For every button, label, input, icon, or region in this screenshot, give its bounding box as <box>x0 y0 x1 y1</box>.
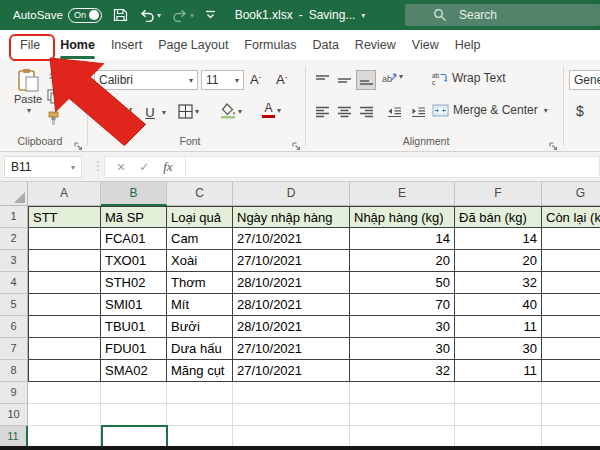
cell-A2[interactable] <box>28 228 101 250</box>
cell-E9[interactable] <box>350 382 455 404</box>
cell-F4[interactable]: 32 <box>455 272 542 294</box>
cell-E3[interactable]: 20 <box>350 250 455 272</box>
row-header-3[interactable]: 3 <box>0 250 28 272</box>
cell-D6[interactable]: 28/10/2021 <box>233 316 350 338</box>
cell-D9[interactable] <box>233 382 350 404</box>
cell-G7[interactable] <box>542 338 600 360</box>
bold-button[interactable]: B <box>98 102 116 122</box>
insert-function-icon[interactable]: fx <box>163 159 172 175</box>
fill-color-button[interactable]: ▾ <box>220 103 242 119</box>
cell-G6[interactable] <box>542 316 600 338</box>
cell-E5[interactable]: 70 <box>350 294 455 316</box>
cell-F6[interactable]: 11 <box>455 316 542 338</box>
cell-C2[interactable]: Cam <box>167 228 233 250</box>
column-header-A[interactable]: A <box>28 182 101 206</box>
font-color-button[interactable]: A ▾ <box>262 103 281 118</box>
increase-font-size-button[interactable]: Aˆ <box>250 72 261 87</box>
cell-G1[interactable]: Còn lại (kg) <box>542 206 600 228</box>
undo-dropdown-icon[interactable]: ▾ <box>157 11 161 20</box>
cell-B4[interactable]: STH02 <box>101 272 167 294</box>
cell-F11[interactable] <box>455 426 542 448</box>
column-header-F[interactable]: F <box>455 182 542 206</box>
cell-E2[interactable]: 14 <box>350 228 455 250</box>
italic-button[interactable]: I <box>122 102 138 122</box>
autosave-switch[interactable]: On <box>68 8 102 23</box>
row-header-6[interactable]: 6 <box>0 316 28 338</box>
merge-center-button[interactable]: Merge & Center ▾ <box>432 103 548 117</box>
cell-D1[interactable]: Ngày nhập hàng <box>233 206 350 228</box>
cell-A1[interactable]: STT <box>28 206 101 228</box>
column-header-G[interactable]: G <box>542 182 600 206</box>
cell-F2[interactable]: 14 <box>455 228 542 250</box>
borders-button[interactable]: ▾ <box>178 104 199 119</box>
cell-G3[interactable] <box>542 250 600 272</box>
tab-review[interactable]: Review <box>347 30 404 60</box>
tab-formulas[interactable]: Formulas <box>236 30 304 60</box>
cell-A3[interactable] <box>28 250 101 272</box>
cell-F1[interactable]: Đã bán (kg) <box>455 206 542 228</box>
row-header-10[interactable]: 10 <box>0 404 28 426</box>
cut-button[interactable]: ✂ <box>49 69 60 84</box>
decrease-font-size-button[interactable]: Aˇ <box>276 72 287 87</box>
top-align-button[interactable] <box>312 70 332 90</box>
cell-C3[interactable]: Xoài <box>167 250 233 272</box>
cell-B1[interactable]: Mã SP <box>101 206 167 228</box>
cell-A11[interactable] <box>28 426 101 448</box>
autosave-toggle[interactable]: AutoSave On <box>13 8 102 23</box>
font-name-combo[interactable]: Calibri ▾ <box>94 70 198 90</box>
row-header-5[interactable]: 5 <box>0 294 28 316</box>
tab-view[interactable]: View <box>404 30 447 60</box>
cell-A8[interactable] <box>28 360 101 382</box>
paste-button[interactable]: Paste ▾ <box>8 68 48 115</box>
cell-E11[interactable] <box>350 426 455 448</box>
cell-E10[interactable] <box>350 404 455 426</box>
cell-D2[interactable]: 27/10/2021 <box>233 228 350 250</box>
align-left-button[interactable] <box>312 102 332 122</box>
cell-E8[interactable]: 32 <box>350 360 455 382</box>
cell-G4[interactable] <box>542 272 600 294</box>
increase-indent-button[interactable] <box>408 102 428 122</box>
cell-B6[interactable]: TBU01 <box>101 316 167 338</box>
cell-B7[interactable]: FDU01 <box>101 338 167 360</box>
accounting-format-button[interactable]: $ <box>576 103 584 119</box>
save-button[interactable] <box>113 8 128 22</box>
cell-C4[interactable]: Thơm <box>167 272 233 294</box>
cell-D3[interactable]: 27/10/2021 <box>233 250 350 272</box>
undo-button[interactable]: ▾ <box>139 9 161 22</box>
cancel-icon[interactable]: × <box>117 159 125 175</box>
tab-help[interactable]: Help <box>447 30 489 60</box>
cell-A4[interactable] <box>28 272 101 294</box>
copy-button[interactable]: ▾ <box>47 89 66 104</box>
cell-B2[interactable]: FCA01 <box>101 228 167 250</box>
cell-F10[interactable] <box>455 404 542 426</box>
row-header-7[interactable]: 7 <box>0 338 28 360</box>
customize-quick-access-button[interactable] <box>205 10 216 20</box>
cell-D5[interactable]: 28/10/2021 <box>233 294 350 316</box>
cell-E1[interactable]: Nhập hàng (kg) <box>350 206 455 228</box>
align-center-button[interactable] <box>334 102 354 122</box>
cell-C5[interactable]: Mít <box>167 294 233 316</box>
cell-G8[interactable] <box>542 360 600 382</box>
enter-icon[interactable]: ✓ <box>139 160 149 174</box>
number-format-combo[interactable]: General <box>569 70 600 90</box>
cell-F8[interactable]: 11 <box>455 360 542 382</box>
underline-dropdown-icon[interactable]: ▾ <box>162 108 166 117</box>
tab-insert[interactable]: Insert <box>103 30 150 60</box>
cell-E6[interactable]: 30 <box>350 316 455 338</box>
cell-D7[interactable]: 27/10/2021 <box>233 338 350 360</box>
cell-C9[interactable] <box>167 382 233 404</box>
cell-E4[interactable]: 50 <box>350 272 455 294</box>
cell-C6[interactable]: Bưởi <box>167 316 233 338</box>
wrap-text-button[interactable]: abc Wrap Text <box>432 71 506 85</box>
tab-page-layout[interactable]: Page Layout <box>150 30 236 60</box>
cell-B5[interactable]: SMI01 <box>101 294 167 316</box>
cell-C10[interactable] <box>167 404 233 426</box>
cell-F5[interactable]: 40 <box>455 294 542 316</box>
align-right-button[interactable] <box>356 102 376 122</box>
row-header-11[interactable]: 11 <box>0 426 28 448</box>
cell-B9[interactable] <box>101 382 167 404</box>
cell-E7[interactable]: 30 <box>350 338 455 360</box>
bottom-align-button[interactable] <box>356 70 376 90</box>
middle-align-button[interactable] <box>334 70 354 90</box>
row-header-2[interactable]: 2 <box>0 228 28 250</box>
